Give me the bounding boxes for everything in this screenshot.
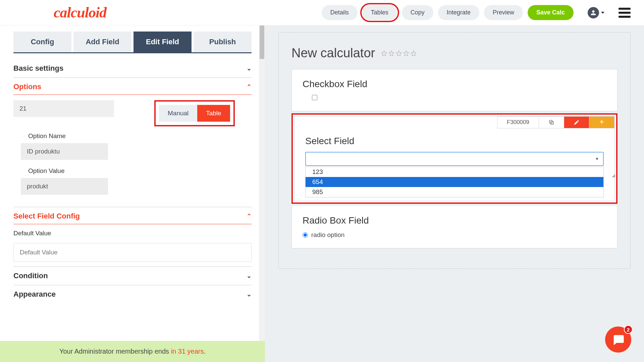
sidebar-tabs: Config Add Field Edit Field Publish	[13, 32, 252, 53]
resize-handle-icon[interactable]	[610, 173, 615, 177]
options-source-toggle: Manual Table	[154, 100, 235, 126]
option-name-input[interactable]	[21, 143, 108, 160]
tab-add-field[interactable]: Add Field	[73, 32, 131, 52]
chevron-up-icon: ⌃	[247, 213, 252, 220]
caret-down-icon	[601, 12, 604, 14]
main-layout: Config Add Field Edit Field Publish Basi…	[0, 25, 644, 362]
star-icon	[388, 50, 394, 56]
chevron-down-icon: ⌄	[247, 65, 252, 72]
user-menu[interactable]	[588, 7, 604, 18]
membership-footer: Your Administrator membership ends in 31…	[0, 341, 265, 362]
section-condition-header[interactable]: Condition ⌄	[13, 272, 252, 280]
dropdown-option[interactable]: 123	[306, 167, 603, 177]
section-appearance-header[interactable]: Appearance ⌄	[13, 290, 252, 299]
section-options-header[interactable]: Options ⌃	[13, 82, 252, 91]
star-icon	[381, 50, 387, 56]
toggle-table[interactable]: Table	[197, 105, 230, 122]
nav-save-calc[interactable]: Save Calc	[528, 5, 574, 20]
select-field-title: Select Field	[305, 136, 604, 146]
section-basic-title: Basic settings	[13, 64, 63, 73]
radio-input[interactable]	[303, 232, 308, 238]
select-dropdown-list: 123 654 985	[305, 167, 604, 197]
field-toolbar: F300009	[294, 116, 614, 128]
select-field-card[interactable]: F300009 Select Field	[294, 116, 615, 201]
star-icon	[403, 50, 409, 56]
field-copy-button[interactable]	[539, 116, 564, 128]
logo[interactable]: calculoid	[54, 4, 106, 21]
dropdown-option[interactable]: 985	[306, 187, 603, 197]
footer-text: Your Administrator membership ends	[59, 348, 171, 355]
app-header: calculoid Details Tables Copy Integrate …	[0, 0, 644, 25]
chevron-up-icon: ⌃	[247, 83, 252, 90]
field-id-badge: F300009	[497, 116, 539, 128]
rating-stars[interactable]	[381, 50, 417, 56]
right-canvas: New calculator Checkbox Field	[265, 25, 644, 362]
nav-tables[interactable]: Tables	[362, 5, 397, 20]
default-value-input[interactable]	[13, 243, 252, 262]
field-edit-button[interactable]	[564, 116, 589, 128]
option-value-label: Option Value	[28, 167, 252, 175]
nav-integrate[interactable]: Integrate	[438, 5, 479, 20]
section-condition: Condition ⌄	[13, 267, 252, 285]
radio-field-card[interactable]: Radio Box Field radio option	[291, 206, 618, 248]
section-appearance: Appearance ⌄	[13, 285, 252, 303]
section-select-config-title: Select Field Config	[13, 212, 80, 221]
section-basic-header[interactable]: Basic settings ⌄	[13, 64, 252, 73]
scrollbar-thumb[interactable]	[260, 25, 264, 59]
section-select-config-header[interactable]: Select Field Config ⌃	[13, 212, 252, 221]
dropdown-option[interactable]: 654	[306, 177, 603, 187]
section-appearance-title: Appearance	[13, 290, 56, 299]
left-sidebar: Config Add Field Edit Field Publish Basi…	[0, 25, 265, 362]
chat-launcher[interactable]: 2	[605, 326, 631, 353]
star-icon	[411, 50, 417, 56]
radio-field-title: Radio Box Field	[303, 215, 606, 226]
nav-copy[interactable]: Copy	[402, 5, 433, 20]
option-value-input[interactable]	[21, 178, 108, 195]
chevron-down-icon: ⌄	[247, 291, 252, 298]
select-dropdown[interactable]: ▼	[305, 152, 604, 166]
checkbox-field-title: Checkbox Field	[303, 79, 606, 89]
calculator-container: New calculator Checkbox Field	[278, 32, 631, 269]
calculator-title: New calculator	[291, 46, 375, 60]
option-name-label: Option Name	[28, 132, 252, 140]
section-condition-title: Condition	[13, 272, 48, 280]
field-move-button[interactable]	[589, 116, 614, 128]
checkbox-input[interactable]	[312, 95, 317, 100]
select-field-highlight: F300009 Select Field	[291, 113, 618, 204]
footer-emphasis: in 31 years	[171, 348, 204, 355]
section-options: Options ⌃ Manual Table Option Name Optio…	[13, 78, 252, 207]
checkbox-field-card[interactable]: Checkbox Field	[291, 69, 618, 111]
tab-publish[interactable]: Publish	[194, 32, 252, 52]
tab-edit-field[interactable]: Edit Field	[133, 32, 192, 52]
chevron-down-icon: ⌄	[247, 272, 252, 280]
chat-badge: 2	[624, 325, 633, 334]
nav-preview[interactable]: Preview	[484, 5, 523, 20]
section-options-body: Manual Table Option Name Option Value	[13, 95, 252, 195]
default-value-label: Default Value	[13, 230, 252, 237]
tab-config[interactable]: Config	[13, 32, 71, 52]
caret-down-icon: ▼	[595, 157, 599, 161]
toggle-manual[interactable]: Manual	[159, 105, 197, 122]
star-icon	[396, 50, 402, 56]
options-number-input[interactable]	[13, 100, 114, 117]
nav-details[interactable]: Details	[322, 5, 358, 20]
footer-dot: .	[204, 348, 206, 355]
header-nav: Details Tables Copy Integrate Preview Sa…	[322, 5, 631, 20]
section-options-title: Options	[13, 82, 41, 91]
hamburger-menu[interactable]	[619, 8, 631, 18]
section-select-config: Select Field Config ⌃ Default Value	[13, 207, 252, 267]
scrollbar[interactable]	[259, 25, 265, 362]
section-select-config-body: Default Value	[13, 224, 252, 262]
avatar-icon	[588, 7, 599, 18]
section-basic-settings: Basic settings ⌄	[13, 59, 252, 78]
radio-option-label: radio option	[311, 231, 344, 239]
